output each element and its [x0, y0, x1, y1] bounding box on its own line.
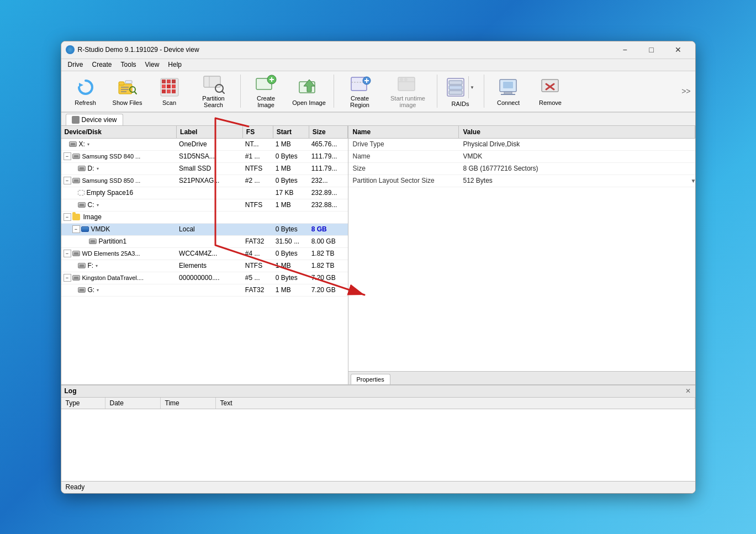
- maximize-button[interactable]: □: [639, 41, 664, 59]
- table-row[interactable]: − Image: [61, 212, 348, 224]
- table-row[interactable]: X: ▾ OneDrive NT... 1 MB 465.76...: [61, 139, 348, 151]
- table-row[interactable]: Partition1 FAT32 31.50 ... 8.00 GB: [61, 236, 348, 248]
- table-row[interactable]: Empty Space16 17 KB 232.89...: [61, 187, 348, 199]
- prop-name: Drive Type: [348, 139, 459, 149]
- main-window: R-Studio Demo 9.1.191029 - Device view −…: [61, 41, 696, 494]
- svg-rect-17: [167, 89, 171, 93]
- start-cell: 1 MB: [273, 139, 309, 149]
- refresh-icon: [75, 76, 97, 98]
- menu-help[interactable]: Help: [163, 60, 186, 70]
- table-row[interactable]: C: ▾ NTFS 1 MB 232.88...: [61, 199, 348, 212]
- toolbar-sep-3: [437, 75, 437, 108]
- col-header-size: Size: [309, 126, 348, 138]
- table-row[interactable]: D: ▾ Small SSD NTFS 1 MB 111.79...: [61, 163, 348, 175]
- toolbar-sep-4: [484, 75, 484, 108]
- connect-button[interactable]: Connect: [489, 72, 528, 110]
- main-split-panel: Device/Disk Label FS Start Size: [61, 126, 695, 384]
- open-image-button[interactable]: Open Image: [289, 72, 329, 110]
- status-text: Ready: [66, 483, 85, 491]
- svg-rect-11: [167, 80, 171, 83]
- show-files-button[interactable]: Show Files: [108, 72, 147, 110]
- remove-button[interactable]: Remove: [531, 72, 570, 110]
- fs-cell: [243, 228, 273, 230]
- fs-cell: NTFS: [243, 261, 273, 271]
- collapse-button[interactable]: −: [64, 177, 71, 184]
- start-runtime-image-icon: [397, 74, 419, 94]
- partition-search-button[interactable]: Partition Search: [192, 72, 236, 110]
- start-cell: 0 Bytes: [273, 273, 309, 283]
- table-row[interactable]: − Samsung SSD 840 ... S1D5NSA... #1 ... …: [61, 151, 348, 163]
- create-image-label: Create Image: [248, 95, 284, 108]
- col-header-device: Device/Disk: [61, 126, 177, 138]
- scan-button[interactable]: Scan: [150, 72, 189, 110]
- raids-icon: [445, 76, 467, 98]
- log-close-button[interactable]: ✕: [684, 387, 692, 395]
- window-title: R-Studio Demo 9.1.191029 - Device view: [78, 46, 612, 54]
- fs-cell: FAT32: [243, 285, 273, 295]
- window-controls: − □ ✕: [612, 41, 691, 59]
- svg-rect-14: [167, 84, 171, 88]
- raids-button[interactable]: ▼ RAIDs: [442, 72, 479, 110]
- fs-cell: NT...: [243, 139, 273, 149]
- table-row[interactable]: − VMDK Local 0 Bytes 8 GB: [61, 224, 348, 236]
- collapse-button[interactable]: −: [64, 152, 71, 160]
- size-cell: 1.82 TB: [309, 261, 348, 271]
- prop-value: Physical Drive,Disk: [459, 139, 695, 149]
- show-files-label: Show Files: [113, 99, 142, 106]
- toolbar-overflow[interactable]: >>: [681, 87, 690, 96]
- collapse-button[interactable]: −: [64, 274, 71, 282]
- svg-rect-10: [162, 80, 166, 83]
- content-area: Device view Device/Disk Label FS Start S…: [61, 113, 695, 384]
- minimize-button[interactable]: −: [612, 41, 638, 59]
- svg-point-35: [400, 78, 403, 81]
- properties-panel: Name Value Drive Type Physical Drive,Dis…: [348, 126, 695, 384]
- svg-rect-18: [172, 89, 176, 93]
- table-row[interactable]: G: ▾ FAT32 1 MB 7.20 GB: [61, 284, 348, 297]
- collapse-button[interactable]: −: [64, 250, 71, 257]
- menu-tools[interactable]: Tools: [117, 60, 141, 70]
- disk-icon: [78, 166, 86, 171]
- device-cell: − Samsung SSD 840 ...: [61, 151, 177, 161]
- raids-dropdown-arrow[interactable]: ▼: [468, 76, 475, 98]
- menu-drive[interactable]: Drive: [64, 60, 88, 70]
- table-row[interactable]: − WD Elements 25A3... WCC4M4Z... #4 ... …: [61, 248, 348, 260]
- device-cell: − VMDK: [61, 224, 177, 234]
- title-bar: R-Studio Demo 9.1.191029 - Device view −…: [61, 41, 695, 59]
- device-cell: − Samsung SSD 850 ...: [61, 176, 177, 186]
- collapse-button[interactable]: −: [72, 225, 80, 233]
- close-button[interactable]: ✕: [665, 41, 691, 59]
- status-bar: Ready: [61, 481, 695, 493]
- menu-view[interactable]: View: [141, 60, 164, 70]
- props-row: Drive Type Physical Drive,Disk: [348, 139, 695, 151]
- label-cell: Local: [177, 224, 243, 234]
- start-runtime-image-button[interactable]: Start runtime image: [384, 72, 432, 110]
- create-region-icon: [349, 74, 371, 94]
- menu-create[interactable]: Create: [88, 60, 117, 70]
- props-dropdown-arrow[interactable]: ▼: [686, 177, 695, 185]
- col-header-value: Value: [459, 126, 695, 138]
- table-row[interactable]: − Kingston DataTravel.... 000000000.... …: [61, 272, 348, 284]
- disk-icon: [78, 263, 86, 268]
- start-cell: 1 MB: [273, 200, 309, 210]
- size-cell: 111.79...: [309, 163, 348, 173]
- refresh-button[interactable]: Refresh: [66, 72, 105, 110]
- prop-name: Partition Layout Sector Size: [348, 176, 459, 186]
- table-row[interactable]: F: ▾ Elements NTFS 1 MB 1.82 TB: [61, 260, 348, 272]
- size-cell: 232.88...: [309, 200, 348, 210]
- collapse-button[interactable]: −: [64, 213, 71, 221]
- create-region-label: Create Region: [341, 95, 379, 108]
- create-region-button[interactable]: Create Region: [339, 72, 382, 110]
- col-header-label: Label: [177, 126, 243, 138]
- table-row[interactable]: − Samsung SSD 850 ... S21PNXAG... #2 ...…: [61, 175, 348, 187]
- device-view-tab[interactable]: Device view: [66, 114, 123, 125]
- device-name: D:: [88, 165, 94, 172]
- properties-tab[interactable]: Properties: [351, 374, 390, 384]
- scan-icon: [158, 76, 181, 98]
- log-header: Log ✕: [61, 385, 695, 398]
- props-row: Size 8 GB (16777216 Sectors): [348, 163, 695, 175]
- disk-icon: [72, 275, 80, 281]
- device-name: WD Elements 25A3...: [82, 250, 140, 257]
- create-image-button[interactable]: Create Image: [245, 72, 287, 110]
- size-cell: 7.20 GB: [309, 285, 348, 295]
- label-cell: S21PNXAG...: [177, 176, 243, 186]
